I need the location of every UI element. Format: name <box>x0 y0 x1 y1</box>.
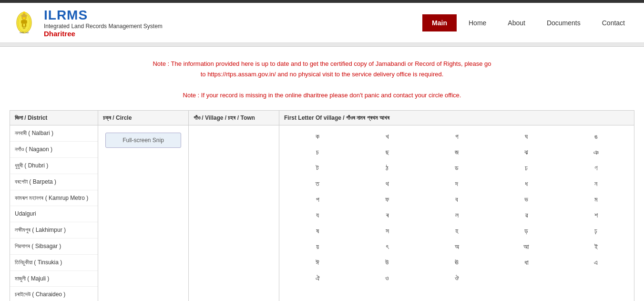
svg-point-9 <box>23 11 25 14</box>
letter-cell <box>562 271 630 286</box>
emblem-logo: सत्यमेव जयते <box>10 9 38 37</box>
note-line3: Note : If your record is missing in the … <box>29 90 615 101</box>
letter-cell[interactable]: ষ <box>283 224 352 239</box>
village-content <box>189 125 279 301</box>
nav-documents[interactable]: Documents <box>537 14 590 31</box>
district-item[interactable]: চৰাইদেউ ( Charaideo ) <box>10 287 98 301</box>
letter-cell[interactable]: ঢ় <box>562 224 630 239</box>
header: सत्यमेव जयते ILRMS Integrated Land Recor… <box>0 3 644 43</box>
nav-home[interactable]: Home <box>459 14 496 31</box>
letter-cell[interactable]: গ <box>422 129 491 144</box>
letter-cell[interactable]: ঢ <box>492 161 561 176</box>
letter-cell[interactable]: ৰ <box>353 208 421 223</box>
letter-cell[interactable]: ৎ <box>353 239 421 254</box>
village-column: গাঁও / Village / চহৰ / Town <box>189 111 279 301</box>
letter-cell[interactable]: ঞ <box>562 145 630 160</box>
district-item[interactable]: মাজুলী ( Majuli ) <box>10 271 98 287</box>
letter-cell[interactable]: ঠ <box>353 161 421 176</box>
header-title: ILRMS Integrated Land Records Management… <box>44 8 163 38</box>
district-item[interactable]: কামৰূপ মহানগৰ ( Kamrup Metro ) <box>10 190 98 207</box>
app-subtitle: Integrated Land Records Management Syste… <box>44 23 163 30</box>
circle-header: চক্ৰ / Circle <box>98 111 188 125</box>
letter-cell[interactable]: ফ <box>353 192 421 207</box>
district-item[interactable]: শিৱসাগৰ ( Sibsagar ) <box>10 239 98 255</box>
letter-cell[interactable]: ঊ <box>422 255 491 270</box>
letter-cell[interactable]: ঙ <box>562 129 630 144</box>
letter-cell[interactable]: উ <box>353 255 421 270</box>
app-title: ILRMS <box>44 8 163 23</box>
letter-cell[interactable]: ঐ <box>283 271 352 286</box>
letter-cell <box>492 271 561 286</box>
letter-cell[interactable]: জ <box>422 145 491 160</box>
letter-cell[interactable]: ৱ <box>492 208 561 223</box>
village-header: গাঁও / Village / চহৰ / Town <box>189 111 279 125</box>
letter-cell[interactable]: য <box>283 208 352 223</box>
svg-text:सत्यमेव जयते: सत्यमेव जयते <box>19 31 29 34</box>
letter-cell[interactable]: ণ <box>562 161 630 176</box>
district-item[interactable]: তিনিচুকীয়া ( Tinsukia ) <box>10 255 98 271</box>
letter-cell[interactable]: ভ <box>492 192 561 207</box>
letter-cell[interactable]: ধা <box>492 255 561 270</box>
letter-cell[interactable]: ঈ <box>283 255 352 270</box>
district-column: জিলা / District নলবাৰী ( Nalbari )নগাঁও … <box>10 111 98 301</box>
letter-cell[interactable]: থ <box>353 176 421 191</box>
dharitree-label: Dharitree <box>44 30 163 38</box>
letter-cell[interactable]: এ <box>562 255 630 270</box>
letter-cell[interactable]: ছ <box>353 145 421 160</box>
letter-cell[interactable]: শ <box>562 208 630 223</box>
letter-cell[interactable]: ট <box>283 161 352 176</box>
letter-cell[interactable]: স <box>353 224 421 239</box>
letter-cell[interactable]: হ <box>422 224 491 239</box>
emblem-svg: सत्यमेव जयते <box>11 10 37 36</box>
letter-cell[interactable]: ও <box>353 271 421 286</box>
note-line2: to https://rtps.assam.gov.in/ and no phy… <box>29 69 615 80</box>
letter-cell[interactable]: খ <box>353 129 421 144</box>
nav-contact[interactable]: Contact <box>593 14 634 31</box>
letter-cell[interactable]: ঔ <box>422 271 491 286</box>
letter-cell[interactable]: ই <box>562 239 630 254</box>
header-left: सत्यमेव जयते ILRMS Integrated Land Recor… <box>10 8 163 38</box>
letter-column: First Letter Of village / গাঁওৰ নামৰ প্ৰ… <box>279 111 634 301</box>
letter-cell[interactable]: ঘ <box>492 129 561 144</box>
letter-cell[interactable]: ক <box>283 129 352 144</box>
letter-cell[interactable]: দ <box>422 176 491 191</box>
sub-header-bar <box>0 43 644 47</box>
svg-rect-4 <box>21 20 27 24</box>
main-nav: Main Home About Documents Contact <box>422 14 634 31</box>
circle-content: Full-screen Snip <box>98 125 188 301</box>
svg-rect-5 <box>21 24 23 27</box>
letter-cell[interactable]: ড় <box>492 224 561 239</box>
letter-cell[interactable]: ম <box>562 192 630 207</box>
letter-cell[interactable]: ন <box>562 176 630 191</box>
svg-point-11 <box>23 27 24 28</box>
note-line1: Note : The information provided here is … <box>29 59 615 69</box>
circle-column: চক্ৰ / Circle Full-screen Snip <box>98 111 189 301</box>
note-section: Note : The information provided here is … <box>10 54 634 105</box>
letter-cell[interactable]: ব <box>422 192 491 207</box>
main-table: জিলা / District নলবাৰী ( Nalbari )নগাঁও … <box>10 110 634 301</box>
district-item[interactable]: ধুবুৰী ( Dhubri ) <box>10 158 98 174</box>
district-header: জিলা / District <box>10 111 98 125</box>
nav-main[interactable]: Main <box>422 14 457 31</box>
district-item[interactable]: নলবাৰী ( Nalbari ) <box>10 125 98 142</box>
letter-header: First Letter Of village / গাঁওৰ নামৰ প্ৰ… <box>279 111 634 125</box>
letter-cell[interactable]: য় <box>283 239 352 254</box>
svg-rect-6 <box>25 24 26 27</box>
main-content: Note : The information provided here is … <box>0 47 644 301</box>
letter-grid: কখগঘঙচছজঝঞটঠডঢণতথদধনপফবভমযৰলৱশষসহড়ঢ়য়ৎ… <box>279 125 634 290</box>
letter-cell[interactable]: অ <box>422 239 491 254</box>
district-item[interactable]: নগাঁও ( Nagaon ) <box>10 142 98 158</box>
letter-cell[interactable]: ঝ <box>492 145 561 160</box>
letter-cell[interactable]: ল <box>422 208 491 223</box>
letter-cell[interactable]: প <box>283 192 352 207</box>
district-list[interactable]: নলবাৰী ( Nalbari )নগাঁও ( Nagaon )ধুবুৰী… <box>10 125 98 301</box>
letter-cell[interactable]: ধ <box>492 176 561 191</box>
letter-cell[interactable]: ত <box>283 176 352 191</box>
letter-cell[interactable]: চ <box>283 145 352 160</box>
district-item[interactable]: Udalguri <box>10 206 98 222</box>
letter-cell[interactable]: ড <box>422 161 491 176</box>
letter-cell[interactable]: আ <box>492 239 561 254</box>
district-item[interactable]: লক্ষীমপুৰ ( Lakhimpur ) <box>10 222 98 239</box>
nav-about[interactable]: About <box>498 14 535 31</box>
district-item[interactable]: বৰপেটা ( Barpeta ) <box>10 174 98 190</box>
